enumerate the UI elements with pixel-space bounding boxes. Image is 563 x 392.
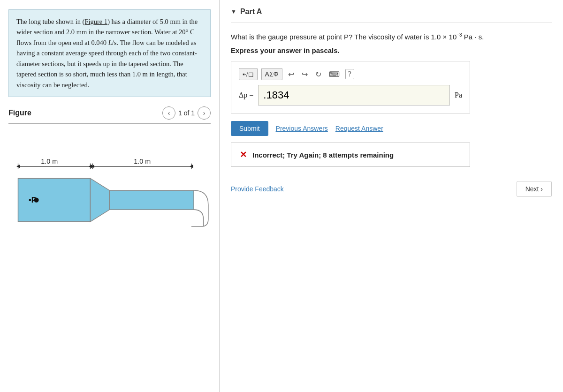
input-row: Δp = Pa (239, 85, 462, 106)
request-answer-link[interactable]: Request Answer (335, 125, 383, 132)
answer-input[interactable] (258, 85, 450, 106)
figure-link[interactable]: Figure 1 (84, 18, 107, 25)
figure-nav: ‹ 1 of 1 › (162, 106, 211, 120)
bottom-row: Provide Feedback Next › (231, 181, 552, 197)
submit-button[interactable]: Submit (231, 121, 268, 136)
left-panel: The long tube shown in (Figure 1) has a … (0, 0, 220, 392)
keyboard-icon[interactable]: ⌨ (327, 69, 342, 80)
figure-diagram: 1.0 m 1.0 m •P (8, 152, 211, 246)
figure-count: 1 of 1 (178, 109, 195, 117)
submit-row: Submit Previous Answers Request Answer (231, 121, 552, 136)
figure-label: Figure (8, 109, 31, 117)
collapse-icon[interactable]: ▼ (231, 8, 236, 15)
redo-icon[interactable]: ↪ (300, 69, 310, 80)
svg-rect-10 (110, 190, 194, 210)
matrix-icon: ▪√◻ (243, 70, 254, 78)
answer-box: ▪√◻ ΑΣΦ ↩ ↪ ↻ ⌨ ? Δp = Pa (231, 61, 470, 113)
part-a-label: Part A (240, 8, 262, 16)
delta-p-label: Δp = (239, 91, 253, 99)
figure-header: Figure ‹ 1 of 1 › (8, 102, 211, 124)
part-a-header: ▼ Part A (231, 0, 552, 23)
refresh-icon[interactable]: ↻ (313, 69, 323, 80)
svg-text:1.0 m: 1.0 m (134, 158, 151, 165)
feedback-box: ✕ Incorrect; Try Again; 8 attempts remai… (231, 143, 470, 167)
unit-label: Pa (455, 91, 462, 99)
answer-instructions: Express your answer in pascals. (231, 46, 552, 54)
figure-section: Figure ‹ 1 of 1 › (0, 102, 219, 392)
help-icon[interactable]: ? (345, 69, 354, 79)
figure-prev-btn[interactable]: ‹ (162, 106, 175, 120)
greek-btn[interactable]: ΑΣΦ (261, 68, 282, 80)
figure-next-btn[interactable]: › (198, 106, 211, 120)
feedback-text: Incorrect; Try Again; 8 attempts remaini… (252, 151, 394, 159)
problem-text: The long tube shown in (Figure 1) has a … (16, 18, 198, 89)
question-text: What is the gauge pressure at point P? T… (231, 31, 552, 43)
tube-diagram-svg: 1.0 m 1.0 m •P (8, 152, 211, 248)
greek-icon: ΑΣΦ (265, 70, 279, 78)
right-panel: ▼ Part A What is the gauge pressure at p… (220, 0, 563, 392)
next-button[interactable]: Next › (517, 181, 552, 197)
provide-feedback-link[interactable]: Provide Feedback (231, 185, 284, 193)
previous-answers-link[interactable]: Previous Answers (276, 125, 328, 132)
toolbar: ▪√◻ ΑΣΦ ↩ ↪ ↻ ⌨ ? (239, 68, 462, 80)
incorrect-icon: ✕ (240, 150, 247, 160)
problem-text-box: The long tube shown in (Figure 1) has a … (8, 9, 211, 97)
matrix-btn[interactable]: ▪√◻ (239, 68, 258, 80)
undo-icon[interactable]: ↩ (286, 69, 296, 80)
svg-text:1.0 m: 1.0 m (41, 158, 58, 165)
svg-text:•P: •P (29, 196, 37, 204)
svg-marker-9 (90, 179, 109, 222)
